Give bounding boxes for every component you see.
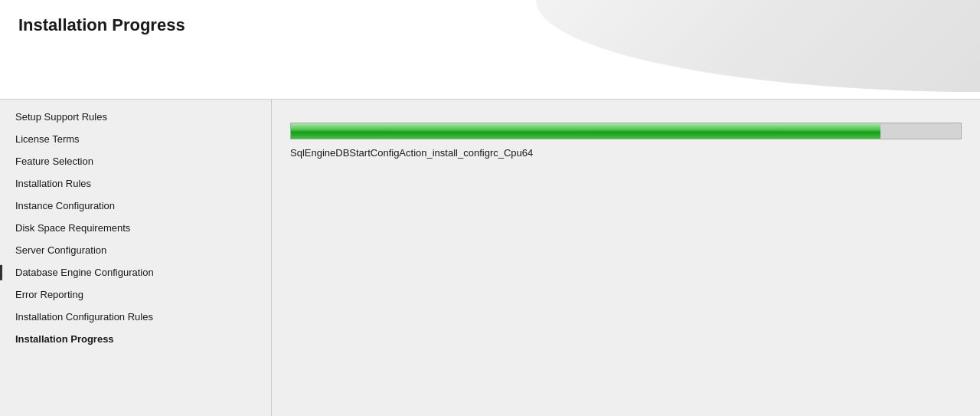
sidebar-item-10[interactable]: Installation Progress xyxy=(0,328,271,350)
progress-bar-container xyxy=(290,123,962,139)
sidebar: Setup Support RulesLicense TermsFeature … xyxy=(0,100,272,416)
progress-bar-shine xyxy=(291,123,880,131)
progress-bar-fill xyxy=(291,123,880,139)
sidebar-item-8[interactable]: Error Reporting xyxy=(0,283,271,306)
sidebar-item-7[interactable]: Database Engine Configuration xyxy=(0,261,271,283)
sidebar-item-4[interactable]: Instance Configuration xyxy=(0,195,271,217)
sidebar-item-2[interactable]: Feature Selection xyxy=(0,150,271,172)
header: Installation Progress xyxy=(0,0,980,100)
sidebar-item-6[interactable]: Server Configuration xyxy=(0,239,271,261)
content-area: Setup Support RulesLicense TermsFeature … xyxy=(0,100,980,416)
sidebar-item-0[interactable]: Setup Support Rules xyxy=(0,106,271,128)
page-title: Installation Progress xyxy=(18,15,962,35)
sidebar-item-1[interactable]: License Terms xyxy=(0,128,271,150)
sidebar-item-5[interactable]: Disk Space Requirements xyxy=(0,217,271,239)
progress-status-text: SqlEngineDBStartConfigAction_install_con… xyxy=(290,147,962,159)
sidebar-item-3[interactable]: Installation Rules xyxy=(0,172,271,195)
main-container: Installation Progress Setup Support Rule… xyxy=(0,0,980,416)
main-content: SqlEngineDBStartConfigAction_install_con… xyxy=(272,100,980,416)
sidebar-item-9[interactable]: Installation Configuration Rules xyxy=(0,306,271,328)
